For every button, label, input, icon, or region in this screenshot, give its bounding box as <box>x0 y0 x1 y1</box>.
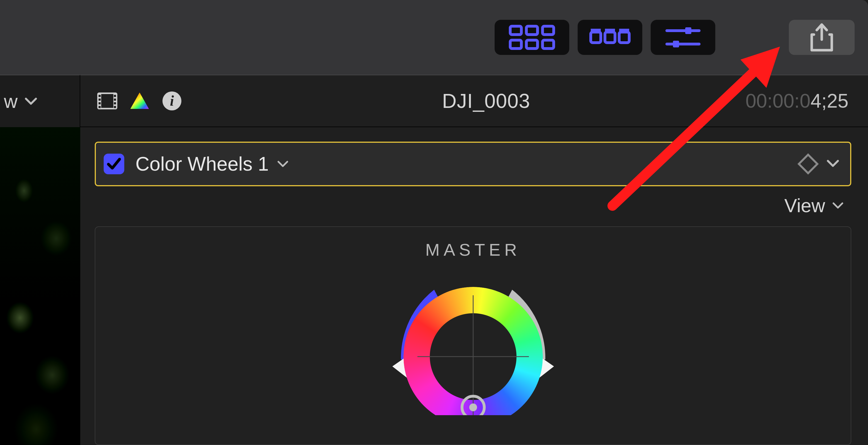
left-view-label-fragment: w <box>4 90 18 112</box>
svg-rect-8 <box>619 32 629 43</box>
info-inspector-tab[interactable]: i <box>162 91 182 111</box>
svg-rect-0 <box>510 26 521 35</box>
sliders-icon <box>664 25 701 50</box>
share-icon <box>809 23 835 52</box>
svg-rect-22 <box>99 98 101 101</box>
inspector-panel: i DJI_0003 00:00:04;25 Color Wheels 1 <box>80 75 868 445</box>
svg-rect-28 <box>114 106 116 108</box>
checkmark-icon <box>107 157 121 171</box>
svg-rect-6 <box>591 32 601 43</box>
color-triangle-icon <box>129 91 150 111</box>
svg-rect-26 <box>114 98 116 101</box>
svg-text:i: i <box>170 93 174 109</box>
svg-rect-24 <box>99 106 101 108</box>
toolbar-scopes-grid-button[interactable] <box>495 20 569 55</box>
svg-point-37 <box>469 404 477 411</box>
effect-enable-checkbox[interactable] <box>104 154 124 174</box>
effect-name-dropdown[interactable]: Color Wheels 1 <box>135 153 288 175</box>
svg-rect-21 <box>99 95 101 97</box>
left-panel: w <box>0 75 80 445</box>
grid-2x3-icon <box>508 25 555 50</box>
wheel-label: MASTER <box>95 240 851 260</box>
timecode-bright: 4;25 <box>811 90 848 112</box>
svg-rect-14 <box>685 27 691 34</box>
toolbar-sliders-button[interactable] <box>651 20 715 55</box>
view-menu[interactable]: View <box>80 186 868 216</box>
chevron-down-icon <box>827 159 839 168</box>
svg-rect-25 <box>114 95 116 97</box>
svg-rect-2 <box>542 26 554 35</box>
svg-rect-1 <box>526 26 537 35</box>
svg-rect-5 <box>542 40 554 49</box>
svg-rect-7 <box>605 32 615 43</box>
video-inspector-tab[interactable] <box>97 91 118 111</box>
toolbar-scopes-row-button[interactable] <box>578 20 642 55</box>
clip-title: DJI_0003 <box>239 89 734 112</box>
preview-thumbnail <box>0 127 80 445</box>
row-1x3-icon <box>589 29 631 46</box>
inspector-header: i DJI_0003 00:00:04;25 <box>80 75 868 127</box>
svg-rect-23 <box>99 102 101 105</box>
view-menu-label: View <box>784 195 825 216</box>
clip-timecode: 00:00:04;25 <box>745 90 848 112</box>
effect-disclosure-button[interactable] <box>827 159 839 169</box>
master-color-wheel[interactable] <box>339 270 607 415</box>
svg-point-16 <box>676 30 678 31</box>
effect-row[interactable]: Color Wheels 1 <box>95 142 851 186</box>
viewer-preview <box>0 127 80 445</box>
svg-marker-29 <box>130 93 149 109</box>
color-wheel-panel: MASTER <box>95 227 851 445</box>
svg-rect-15 <box>673 41 679 48</box>
effect-name-label: Color Wheels 1 <box>135 153 269 175</box>
chevron-down-icon <box>832 202 843 209</box>
info-icon: i <box>162 91 182 111</box>
left-view-dropdown[interactable]: w <box>0 75 80 127</box>
keyframe-button[interactable] <box>798 153 819 175</box>
chevron-down-icon <box>277 160 288 168</box>
color-inspector-tab[interactable] <box>129 91 150 111</box>
timecode-dim: 00:00:0 <box>745 90 811 112</box>
app-toolbar <box>0 0 868 75</box>
scopes-toggle-group <box>495 20 715 55</box>
svg-rect-4 <box>526 40 537 49</box>
svg-rect-27 <box>114 102 116 105</box>
svg-rect-3 <box>510 40 521 49</box>
filmstrip-icon <box>97 92 118 110</box>
share-button[interactable] <box>789 20 855 55</box>
chevron-down-icon <box>25 97 37 106</box>
